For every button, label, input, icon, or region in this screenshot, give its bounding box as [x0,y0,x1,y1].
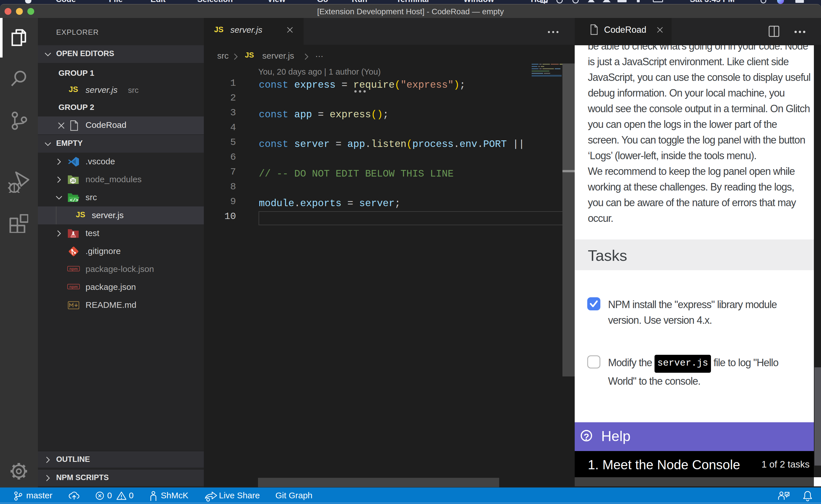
svg-text:npm: npm [69,267,78,271]
svg-text:</>: </> [70,198,79,203]
svg-text:JS: JS [71,179,75,183]
svg-text:npm: npm [69,284,78,289]
